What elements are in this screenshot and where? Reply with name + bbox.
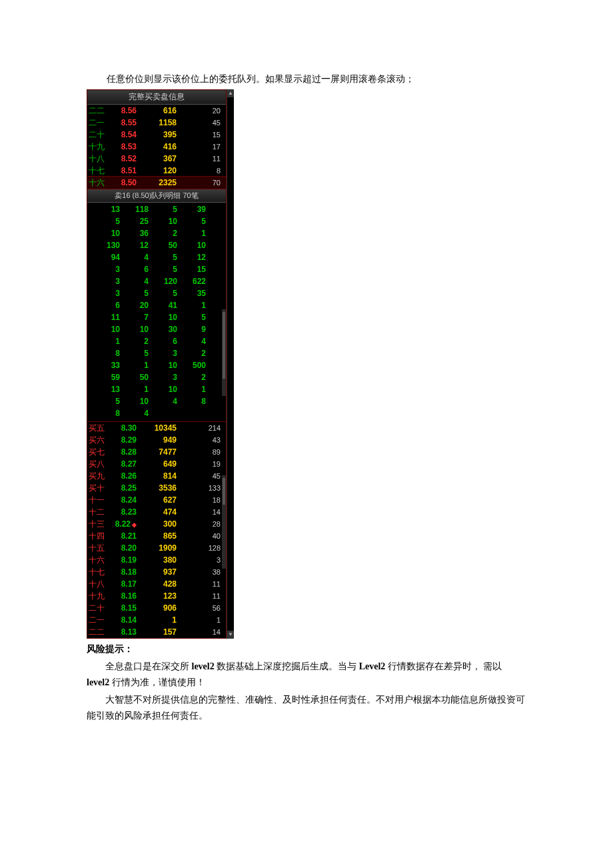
row-volume: 120 (137, 165, 177, 177)
row-volume: 10345 (137, 422, 177, 434)
row-count: 70 (177, 177, 223, 189)
row-label: 二二 (89, 626, 107, 638)
queue-cell: 10 (120, 324, 149, 335)
queue-cell: 33 (91, 360, 120, 371)
depth-row[interactable]: 二二8.1315714 (87, 626, 226, 638)
depth-row[interactable]: 二十8.5439515 (87, 129, 226, 141)
queue-cell: 10 (149, 360, 177, 371)
main-scrollbar[interactable]: ▲ ▼ (227, 89, 234, 639)
depth-row[interactable]: 十五8.201909128 (87, 542, 226, 554)
queue-header: 卖16 (8.50)队列明细 70笔 (87, 189, 226, 203)
queue-cell: 3 (91, 276, 120, 287)
depth-row[interactable]: 二一8.55115845 (87, 117, 226, 129)
queue-cell: 2 (177, 348, 206, 359)
row-label: 十九 (89, 141, 107, 153)
buy-scroll-thumb[interactable] (223, 478, 225, 505)
row-count: 128 (177, 542, 223, 554)
row-volume: 1158 (137, 117, 177, 129)
queue-cell (149, 408, 177, 419)
queue-cell: 1 (120, 384, 149, 395)
queue-scrollbar[interactable] (222, 309, 226, 396)
queue-cell: 8 (91, 348, 120, 359)
order-book-panel: 完整买卖盘信息 二二8.5661620二一8.55115845二十8.54395… (87, 89, 227, 639)
queue-cell: 7 (120, 312, 149, 323)
depth-row[interactable]: 十七8.1893738 (87, 566, 226, 578)
depth-row[interactable]: 买九8.2681445 (87, 470, 226, 482)
queue-cell: 1 (120, 360, 149, 371)
depth-row[interactable]: 十八8.1742811 (87, 578, 226, 590)
scroll-down-icon[interactable]: ▼ (227, 631, 234, 639)
risk-title: 风险提示： (87, 644, 133, 654)
depth-row[interactable]: 十九8.5341617 (87, 141, 226, 153)
depth-row[interactable]: 二二8.5661620 (87, 105, 226, 117)
depth-row[interactable]: 十一8.2462718 (87, 494, 226, 506)
queue-cell: 5 (91, 396, 120, 407)
row-label: 十四 (89, 530, 107, 542)
depth-row[interactable]: 二一8.1411 (87, 614, 226, 626)
row-price: 8.54 (107, 129, 137, 141)
queue-cell: 9 (177, 324, 206, 335)
row-price: 8.18 (107, 566, 137, 578)
row-count: 38 (177, 566, 223, 578)
row-volume: 937 (137, 566, 177, 578)
depth-row[interactable]: 二十8.1590656 (87, 602, 226, 614)
row-volume: 949 (137, 434, 177, 446)
depth-row[interactable]: 买五8.3010345214 (87, 422, 226, 434)
queue-scroll-thumb[interactable] (223, 312, 225, 379)
row-count: 20 (177, 105, 223, 117)
depth-row[interactable]: 十七8.511208 (87, 165, 226, 177)
queue-cell: 5 (120, 348, 149, 359)
queue-cell: 94 (91, 252, 120, 263)
queue-cell: 5 (149, 204, 177, 215)
diamond-icon: ◆ (131, 521, 137, 528)
row-count: 28 (177, 518, 223, 530)
depth-row[interactable]: 十九8.1612311 (87, 590, 226, 602)
row-volume: 474 (137, 506, 177, 518)
depth-row[interactable]: 买十8.253536133 (87, 482, 226, 494)
queue-cell: 118 (120, 204, 149, 215)
sell-depth-section: 二二8.5661620二一8.55115845二十8.5439515十九8.53… (87, 105, 226, 189)
row-price: 8.13 (107, 626, 137, 638)
queue-cell: 39 (177, 204, 206, 215)
queue-cell: 1 (177, 228, 206, 239)
row-price: 8.52 (107, 153, 137, 165)
row-count: 11 (177, 590, 223, 602)
row-label: 十五 (89, 542, 107, 554)
row-volume: 3536 (137, 482, 177, 494)
panel-title: 完整买卖盘信息 (87, 90, 226, 105)
row-volume: 300 (137, 518, 177, 530)
depth-row[interactable]: 买七8.28747789 (87, 446, 226, 458)
row-price: 8.28 (107, 446, 137, 458)
depth-row[interactable]: 买八8.2764919 (87, 458, 226, 470)
depth-row[interactable]: 十六8.50232570 (87, 177, 226, 189)
depth-row[interactable]: 十八8.5236711 (87, 153, 226, 165)
queue-cell: 2 (177, 372, 206, 383)
row-label: 十七 (89, 566, 107, 578)
row-count: 17 (177, 141, 223, 153)
row-label: 十六 (89, 177, 107, 189)
queue-cell: 6 (91, 300, 120, 311)
row-volume: 616 (137, 105, 177, 117)
queue-cell: 500 (177, 360, 206, 371)
queue-cell: 5 (177, 312, 206, 323)
row-volume: 157 (137, 626, 177, 638)
row-label: 买五 (89, 422, 107, 434)
row-volume: 649 (137, 458, 177, 470)
row-count: 11 (177, 153, 223, 165)
row-volume: 416 (137, 141, 177, 153)
depth-row[interactable]: 十四8.2186540 (87, 530, 226, 542)
intro-text: 任意价位则显示该价位上的委托队列。如果显示超过一屏则用滚卷条滚动； (107, 73, 526, 85)
row-count: 18 (177, 494, 223, 506)
depth-row[interactable]: 十二8.2347414 (87, 506, 226, 518)
depth-row[interactable]: 买六8.2994943 (87, 434, 226, 446)
row-price: 8.30 (107, 422, 137, 434)
depth-row[interactable]: 十六8.193803 (87, 554, 226, 566)
queue-cell: 5 (177, 216, 206, 227)
scroll-up-icon[interactable]: ▲ (227, 89, 234, 97)
buy-scrollbar[interactable] (222, 475, 226, 569)
queue-cell: 4 (177, 336, 206, 347)
queue-cell: 36 (120, 228, 149, 239)
buy-depth-section: 买五8.3010345214买六8.2994943买七8.28747789买八8… (87, 422, 226, 638)
queue-cell: 5 (149, 264, 177, 275)
depth-row[interactable]: 十三8.22◆30028 (87, 518, 226, 530)
